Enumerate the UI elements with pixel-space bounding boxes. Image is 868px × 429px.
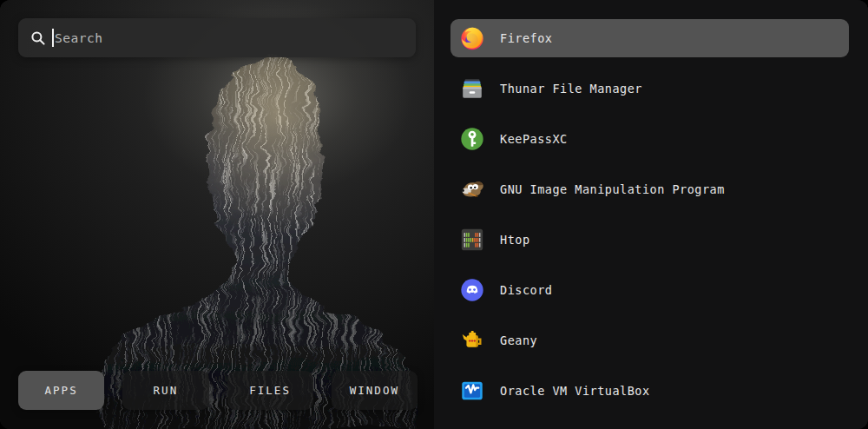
app-list-item[interactable]: Thunar File Manager [450,69,849,108]
htop-icon [459,227,485,253]
app-list-item[interactable]: Oracle VM VirtualBox [450,372,849,410]
search-input[interactable]: Search [18,18,416,57]
firefox-icon [459,25,485,51]
tab-files[interactable]: FILES [227,371,313,410]
tab-run[interactable]: RUN [122,371,208,410]
app-label: Geany [500,333,537,347]
app-list: Firefox Thunar File Manager KeePassXC GN… [434,0,868,429]
thunar-icon [459,76,485,102]
app-list-item[interactable]: Discord [450,271,849,309]
keepassxc-icon [459,126,485,152]
app-list-item[interactable]: Firefox [450,19,849,57]
app-label: KeePassXC [500,132,568,146]
app-label: Oracle VM VirtualBox [500,384,650,398]
search-icon [30,30,46,46]
discord-icon [459,277,485,303]
search-placeholder: Search [55,31,102,45]
app-label: Thunar File Manager [500,82,642,96]
gimp-icon [459,176,485,202]
app-label: Discord [500,283,552,297]
app-label: Firefox [500,31,552,45]
tab-apps[interactable]: APPS [18,371,104,410]
left-pane: Search APPS RUN FILES WINDOW [0,0,434,429]
app-label: Htop [500,233,530,247]
app-list-item[interactable]: Htop [450,221,849,259]
app-list-item[interactable]: Geany [450,321,849,360]
tab-window[interactable]: WINDOW [332,371,418,410]
background-art [0,0,434,429]
app-label: GNU Image Manipulation Program [500,182,725,196]
geany-icon [459,327,485,353]
app-launcher-window: Search APPS RUN FILES WINDOW Firefox Thu… [0,0,868,429]
text-caret [52,29,54,47]
app-list-item[interactable]: KeePassXC [450,120,849,158]
app-list-item[interactable]: GNU Image Manipulation Program [450,170,849,208]
virtualbox-icon [459,378,485,404]
mode-tab-bar: APPS RUN FILES WINDOW [18,371,418,410]
